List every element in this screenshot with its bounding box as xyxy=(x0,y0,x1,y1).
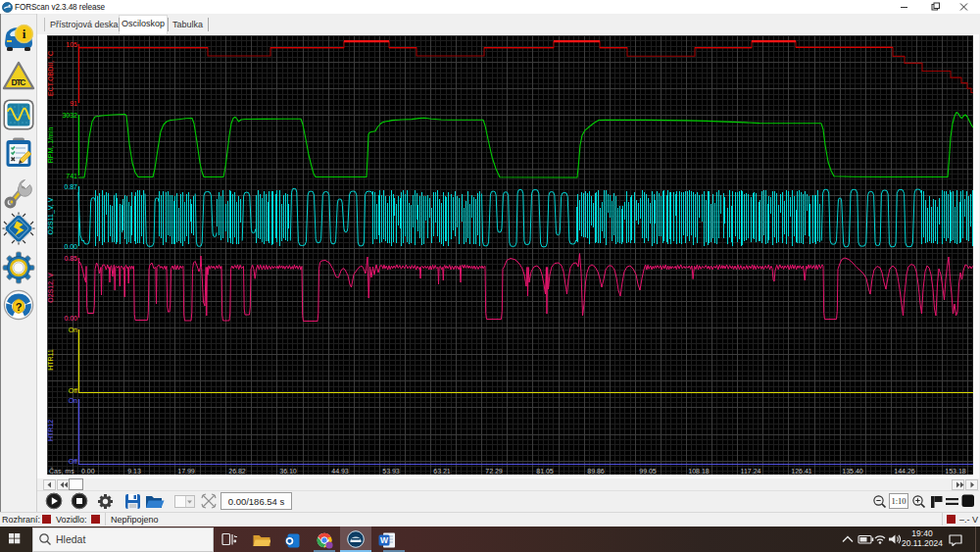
svg-text:HTR12: HTR12 xyxy=(47,420,54,441)
svg-text:O2S11_V, V: O2S11_V, V xyxy=(47,197,55,234)
svg-text:O2S12, V: O2S12, V xyxy=(47,273,54,303)
svg-text:Off: Off xyxy=(69,458,77,465)
svg-text:?: ? xyxy=(16,301,23,313)
svg-text:53.93: 53.93 xyxy=(382,468,400,475)
svg-text:i: i xyxy=(23,26,26,41)
svg-text:26.82: 26.82 xyxy=(228,468,246,475)
svg-text:0.00: 0.00 xyxy=(81,468,95,475)
svg-text:81.05: 81.05 xyxy=(536,468,554,475)
svg-text:0.87: 0.87 xyxy=(64,183,77,190)
svg-text:135.40: 135.40 xyxy=(842,468,863,475)
svg-text:0.00: 0.00 xyxy=(64,315,77,322)
svg-text:144.26: 144.26 xyxy=(894,468,915,475)
svg-text:91: 91 xyxy=(70,100,77,107)
svg-text:117.24: 117.24 xyxy=(741,468,761,475)
svg-text:153.18: 153.18 xyxy=(945,468,966,475)
svg-text:3032: 3032 xyxy=(62,112,77,119)
svg-text:DTC: DTC xyxy=(12,77,26,87)
svg-text:Čas, ms: Čas, ms xyxy=(49,467,74,475)
svg-text:ECT.OBDII, °C: ECT.OBDII, °C xyxy=(47,51,54,96)
svg-text:126.41: 126.41 xyxy=(791,468,812,475)
svg-text:63.21: 63.21 xyxy=(433,468,451,475)
svg-text:9.13: 9.13 xyxy=(127,468,141,475)
svg-text:72.29: 72.29 xyxy=(485,468,503,475)
svg-text:RPM, 1/min: RPM, 1/min xyxy=(47,127,54,164)
svg-text:741: 741 xyxy=(66,173,77,179)
svg-text:Off: Off xyxy=(69,387,77,394)
svg-text:99.05: 99.05 xyxy=(639,468,657,475)
svg-text:0.85: 0.85 xyxy=(64,255,77,262)
svg-text:On: On xyxy=(69,397,77,404)
svg-text:On: On xyxy=(69,326,77,333)
svg-text:17.99: 17.99 xyxy=(177,468,195,475)
svg-text:108.18: 108.18 xyxy=(688,468,710,475)
svg-text:HTR11: HTR11 xyxy=(47,349,54,371)
svg-text:105: 105 xyxy=(66,41,77,48)
svg-text:W: W xyxy=(380,535,389,545)
svg-text:44.93: 44.93 xyxy=(331,468,349,475)
svg-text:89.86: 89.86 xyxy=(587,468,605,475)
svg-text:0.00: 0.00 xyxy=(64,243,77,250)
svg-text:36.10: 36.10 xyxy=(279,468,297,475)
